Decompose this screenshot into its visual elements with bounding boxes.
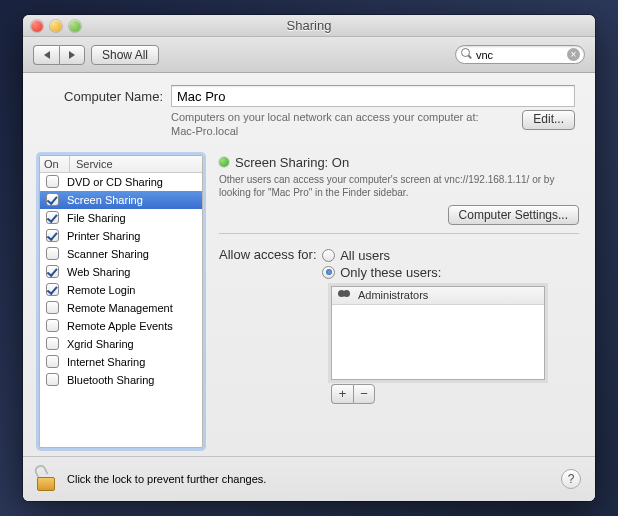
service-checkbox[interactable] bbox=[46, 193, 59, 206]
close-icon[interactable] bbox=[31, 20, 43, 32]
service-checkbox[interactable] bbox=[46, 319, 59, 332]
service-checkbox[interactable] bbox=[46, 247, 59, 260]
toolbar: Show All × bbox=[23, 37, 595, 73]
service-row[interactable]: File Sharing bbox=[40, 209, 202, 227]
show-all-button[interactable]: Show All bbox=[91, 45, 159, 65]
clear-search-icon[interactable]: × bbox=[567, 48, 580, 61]
forward-button[interactable] bbox=[59, 45, 85, 65]
footer: Click the lock to prevent further change… bbox=[23, 456, 595, 501]
service-row[interactable]: Bluetooth Sharing bbox=[40, 371, 202, 389]
status-description: Other users can access your computer's s… bbox=[219, 173, 579, 199]
service-label: Xgrid Sharing bbox=[67, 338, 134, 350]
radio-all-users-label: All users bbox=[340, 248, 390, 263]
computer-name-input[interactable] bbox=[171, 85, 575, 107]
titlebar: Sharing bbox=[23, 15, 595, 37]
service-checkbox[interactable] bbox=[46, 175, 59, 188]
window-title: Sharing bbox=[23, 18, 595, 33]
content-pane: Computer Name: Computers on your local n… bbox=[23, 73, 595, 501]
computer-name-label: Computer Name: bbox=[43, 89, 163, 104]
back-button[interactable] bbox=[33, 45, 59, 65]
service-checkbox[interactable] bbox=[46, 283, 59, 296]
radio-all-users[interactable] bbox=[322, 249, 335, 262]
user-entry: Administrators bbox=[358, 289, 428, 301]
chevron-right-icon bbox=[69, 51, 75, 59]
radio-only-users[interactable] bbox=[322, 266, 335, 279]
remove-user-button[interactable]: − bbox=[353, 384, 375, 404]
service-row[interactable]: Scanner Sharing bbox=[40, 245, 202, 263]
chevron-left-icon bbox=[44, 51, 50, 59]
service-checkbox[interactable] bbox=[46, 337, 59, 350]
allow-access-label: Allow access for: bbox=[219, 246, 317, 264]
service-label: Printer Sharing bbox=[67, 230, 140, 242]
service-checkbox[interactable] bbox=[46, 301, 59, 314]
service-row[interactable]: Internet Sharing bbox=[40, 353, 202, 371]
status-indicator-icon bbox=[219, 157, 229, 167]
service-label: File Sharing bbox=[67, 212, 126, 224]
service-label: DVD or CD Sharing bbox=[67, 176, 163, 188]
service-label: Remote Apple Events bbox=[67, 320, 173, 332]
lock-icon[interactable] bbox=[37, 467, 57, 491]
service-label: Bluetooth Sharing bbox=[67, 374, 154, 386]
service-checkbox[interactable] bbox=[46, 265, 59, 278]
service-label: Web Sharing bbox=[67, 266, 130, 278]
search-icon bbox=[461, 48, 473, 60]
service-row[interactable]: Web Sharing bbox=[40, 263, 202, 281]
users-list[interactable]: Administrators bbox=[331, 286, 545, 380]
service-row[interactable]: Remote Login bbox=[40, 281, 202, 299]
service-row[interactable]: DVD or CD Sharing bbox=[40, 173, 202, 191]
lock-text: Click the lock to prevent further change… bbox=[67, 473, 266, 485]
column-service[interactable]: Service bbox=[70, 156, 202, 172]
help-button[interactable]: ? bbox=[561, 469, 581, 489]
computer-settings-button[interactable]: Computer Settings... bbox=[448, 205, 579, 225]
divider bbox=[219, 233, 579, 234]
column-on[interactable]: On bbox=[40, 156, 70, 172]
service-label: Remote Management bbox=[67, 302, 173, 314]
radio-only-users-label: Only these users: bbox=[340, 265, 441, 280]
preferences-window: Sharing Show All × Computer Name: Comput… bbox=[23, 15, 595, 501]
computer-name-hint: Computers on your local network can acce… bbox=[171, 110, 522, 139]
services-table: On Service DVD or CD SharingScreen Shari… bbox=[39, 155, 203, 448]
service-row[interactable]: Screen Sharing bbox=[40, 191, 202, 209]
service-row[interactable]: Remote Management bbox=[40, 299, 202, 317]
service-label: Scanner Sharing bbox=[67, 248, 149, 260]
service-row[interactable]: Remote Apple Events bbox=[40, 317, 202, 335]
group-icon bbox=[338, 290, 352, 300]
zoom-icon[interactable] bbox=[69, 20, 81, 32]
service-row[interactable]: Printer Sharing bbox=[40, 227, 202, 245]
service-row[interactable]: Xgrid Sharing bbox=[40, 335, 202, 353]
minimize-icon[interactable] bbox=[50, 20, 62, 32]
nav-segment bbox=[33, 45, 85, 65]
status-text: Screen Sharing: On bbox=[235, 155, 349, 170]
service-label: Remote Login bbox=[67, 284, 136, 296]
search-input[interactable] bbox=[455, 45, 585, 64]
service-checkbox[interactable] bbox=[46, 229, 59, 242]
service-label: Screen Sharing bbox=[67, 194, 143, 206]
service-checkbox[interactable] bbox=[46, 373, 59, 386]
service-checkbox[interactable] bbox=[46, 211, 59, 224]
add-user-button[interactable]: + bbox=[331, 384, 353, 404]
edit-button[interactable]: Edit... bbox=[522, 110, 575, 130]
service-checkbox[interactable] bbox=[46, 355, 59, 368]
service-label: Internet Sharing bbox=[67, 356, 145, 368]
